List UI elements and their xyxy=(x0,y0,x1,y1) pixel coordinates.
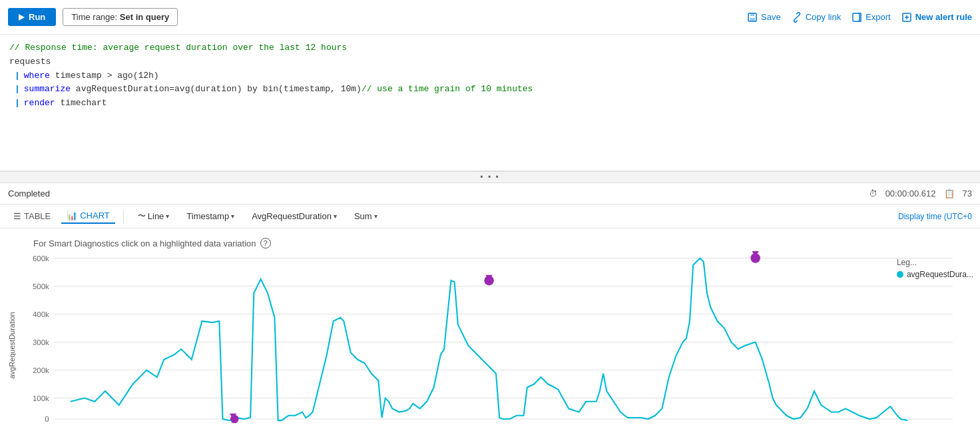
y-axis-label: avgRequestDuration xyxy=(5,251,19,426)
sum-chevron: ▾ xyxy=(374,213,377,220)
timestamp-select[interactable]: Timestamp ▾ xyxy=(180,209,240,224)
line-type-label: Line xyxy=(148,211,164,221)
legend-color-dot xyxy=(897,271,903,278)
time-range-value: Set in query xyxy=(120,12,169,22)
chart-view-button[interactable]: 📊 CHART xyxy=(61,209,115,224)
svg-text:11:00: 11:00 xyxy=(441,425,461,426)
time-range-prefix: Time range: xyxy=(71,12,117,22)
sum-select[interactable]: Sum ▾ xyxy=(348,209,383,224)
query-editor[interactable]: // Response time: average request durati… xyxy=(0,35,980,171)
plain-where: timestamp > ago(12h) xyxy=(50,69,159,83)
comment-2: // use a time grain of 10 minutes xyxy=(362,83,533,97)
timestamp-label: Timestamp xyxy=(186,211,229,221)
svg-text:09:00: 09:00 xyxy=(290,425,309,426)
new-alert-label: New alert rule xyxy=(915,12,972,22)
toolbar: Run Time range: Set in query Save Copy l… xyxy=(0,0,980,35)
svg-text:08:00: 08:00 xyxy=(213,425,232,426)
save-label: Save xyxy=(761,12,781,22)
table-view-button[interactable]: ☰ TABLE xyxy=(8,209,56,223)
resize-divider[interactable]: • • • xyxy=(0,171,980,183)
chart-svg-container[interactable]: 600k 500k 400k 300k 200k 100k 0 06:00 07… xyxy=(19,251,973,426)
svg-rect-2 xyxy=(750,18,755,21)
chart-area: avgRequestDuration 600k 500k 400k 300k 2… xyxy=(0,251,973,426)
code-line-4: | summarize avgRequestDuration=avg(durat… xyxy=(9,83,971,97)
completed-status: Completed xyxy=(8,189,50,199)
plain-requests: requests xyxy=(9,55,51,69)
svg-text:17:00: 17:00 xyxy=(898,425,917,426)
plain-summarize: avgRequestDuration=avg(duration) by bin(… xyxy=(71,83,362,97)
smart-diag-text: For Smart Diagnostics click on a highlig… xyxy=(33,238,256,248)
divider-dots: • • • xyxy=(480,173,499,182)
legend-title: Leg... xyxy=(897,258,973,267)
plain-render: timechart xyxy=(55,97,107,111)
table-icon: ☰ xyxy=(13,211,21,221)
svg-text:0: 0 xyxy=(45,415,49,423)
line-type-select[interactable]: 〜 Line ▾ xyxy=(132,208,176,224)
chart-toolbar: ☰ TABLE 📊 CHART 〜 Line ▾ Timestamp ▾ Avg… xyxy=(0,205,980,228)
pipe-marker-2: | xyxy=(15,83,20,97)
toolbar-right: Save Copy link Export New alert rule xyxy=(747,12,972,23)
play-icon xyxy=(19,14,25,21)
toolbar-divider xyxy=(123,210,124,223)
save-icon xyxy=(747,12,758,23)
line-type-icon: 〜 xyxy=(138,211,146,222)
svg-text:500k: 500k xyxy=(33,282,49,290)
timestamp-chevron: ▾ xyxy=(231,213,234,220)
keyword-where: where xyxy=(24,69,50,83)
svg-point-38 xyxy=(484,276,494,286)
svg-text:13:00: 13:00 xyxy=(594,425,613,426)
export-button[interactable]: Export xyxy=(852,12,891,23)
line-chevron: ▾ xyxy=(166,213,169,220)
run-button[interactable]: Run xyxy=(8,8,56,26)
help-icon[interactable]: ? xyxy=(260,238,271,248)
export-icon xyxy=(852,12,862,23)
table-label: TABLE xyxy=(24,211,51,221)
chart-label: CHART xyxy=(80,211,110,221)
svg-text:12:00: 12:00 xyxy=(517,425,537,426)
chart-svg: 600k 500k 400k 300k 200k 100k 0 06:00 07… xyxy=(19,251,973,426)
status-right: ⏱ 00:00:00.612 📋 73 xyxy=(869,189,972,199)
duration-icon: ⏱ xyxy=(869,189,877,199)
chart-legend: Leg... avgRequestDura... xyxy=(897,258,973,279)
comment-1: // Response time: average request durati… xyxy=(9,41,347,55)
svg-rect-1 xyxy=(750,13,754,16)
svg-text:300k: 300k xyxy=(33,338,49,346)
copy-link-icon xyxy=(792,12,802,23)
smart-diagnostics-bar: For Smart Diagnostics click on a highlig… xyxy=(0,235,973,251)
keyword-render: render xyxy=(24,97,55,111)
chart-icon: 📊 xyxy=(67,211,77,221)
copy-link-label: Copy link xyxy=(806,12,841,22)
svg-text:06:00: 06:00 xyxy=(61,425,81,426)
legend-series-label: avgRequestDura... xyxy=(907,270,973,279)
sum-label: Sum xyxy=(354,211,372,221)
code-line-3: | where timestamp > ago(12h) xyxy=(9,69,971,83)
svg-point-36 xyxy=(230,415,238,424)
svg-text:600k: 600k xyxy=(33,254,49,262)
display-time-label: Display time (UTC+0 xyxy=(898,212,972,221)
chart-container: For Smart Diagnostics click on a highlig… xyxy=(0,228,980,426)
run-label: Run xyxy=(29,12,45,22)
keyword-summarize: summarize xyxy=(24,83,71,97)
svg-text:200k: 200k xyxy=(33,366,49,374)
avg-select[interactable]: AvgRequestDuration ▾ xyxy=(246,209,343,224)
svg-text:16:00: 16:00 xyxy=(822,425,842,426)
code-line-5: | render timechart xyxy=(9,97,971,111)
code-line-1: // Response time: average request durati… xyxy=(9,41,971,55)
rows-icon: 📋 xyxy=(944,189,955,199)
svg-text:15:00: 15:00 xyxy=(746,425,765,426)
time-range-button[interactable]: Time range: Set in query xyxy=(63,8,178,26)
avg-chevron: ▾ xyxy=(334,213,337,220)
svg-point-40 xyxy=(750,253,760,263)
svg-line-3 xyxy=(796,16,798,19)
svg-text:07:00: 07:00 xyxy=(137,425,156,426)
avg-label: AvgRequestDuration xyxy=(252,211,332,221)
new-alert-icon xyxy=(901,12,912,23)
svg-text:10:00: 10:00 xyxy=(366,425,385,426)
save-button[interactable]: Save xyxy=(747,12,781,23)
svg-text:100k: 100k xyxy=(33,394,49,402)
duration-value: 00:00:00.612 xyxy=(885,189,936,199)
new-alert-rule-button[interactable]: New alert rule xyxy=(901,12,972,23)
copy-link-button[interactable]: Copy link xyxy=(792,12,841,23)
pipe-marker-3: | xyxy=(15,97,20,111)
export-label: Export xyxy=(865,12,891,22)
